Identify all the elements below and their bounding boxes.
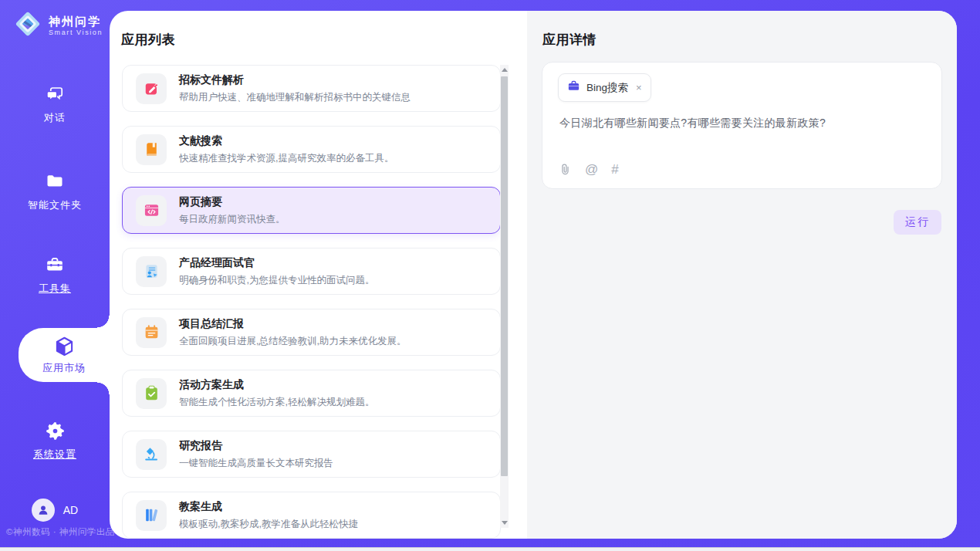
app-card-event-plan[interactable]: 活动方案生成智能生成个性化活动方案,轻松解决规划难题。 — [122, 370, 501, 417]
app-description: 全面回顾项目进展,总结经验教训,助力未来优化发展。 — [179, 335, 406, 348]
sidebar-item-smart-folder[interactable]: 智能文件夹 — [0, 170, 110, 212]
app-card-lesson-plan[interactable]: 教案生成模板驱动,教案秒成,教学准备从此轻松快捷 — [122, 492, 501, 539]
prompt-input[interactable]: 今日湖北有哪些新闻要点?有哪些需要关注的最新政策? — [559, 117, 926, 130]
paperclip-icon[interactable] — [559, 162, 572, 177]
app-name: 产品经理面试官 — [179, 256, 374, 270]
scroll-down-icon[interactable] — [500, 518, 509, 528]
app-name: 文献搜索 — [179, 134, 394, 148]
briefcase-icon — [567, 79, 580, 96]
brand-logo: 神州问学 Smart Vision — [12, 8, 103, 42]
sidebar-item-toolset[interactable]: 工具集 — [0, 253, 110, 296]
user-account[interactable]: AD — [0, 499, 110, 522]
app-name: 项目总结汇报 — [179, 317, 406, 331]
chip-close-icon[interactable]: × — [636, 82, 642, 93]
purple-frame: 神州问学 Smart Vision 对话智能文件夹工具集应用市场系统设置 AD … — [0, 0, 980, 548]
app-name: 招标文件解析 — [179, 73, 411, 87]
doc-edit-icon — [136, 73, 167, 104]
gear-icon — [0, 419, 110, 442]
app-list-scrollbar[interactable] — [500, 65, 509, 528]
user-avatar-icon — [32, 499, 55, 522]
sidebar-item-label: 对话 — [0, 111, 110, 125]
sidebar-item-chat[interactable]: 对话 — [0, 83, 110, 125]
diamond-logo-icon — [12, 8, 43, 42]
toolbox-icon — [0, 253, 110, 276]
app-card-bid-doc-analysis[interactable]: 招标文件解析帮助用户快速、准确地理解和解析招标书中的关键信息 — [122, 65, 501, 112]
composer-toolbar: @# — [559, 162, 619, 177]
hash-icon[interactable]: # — [611, 163, 618, 177]
brand-name: 神州问学 — [49, 15, 103, 28]
app-name: 活动方案生成 — [179, 378, 374, 392]
tool-chip-label: Bing搜索 — [586, 81, 628, 95]
app-description: 明确身份和职责,为您提供专业性的面试问题。 — [179, 274, 374, 287]
run-button[interactable]: 运行 — [894, 210, 941, 235]
sidebar-item-label: 工具集 — [0, 282, 110, 296]
app-detail-section: 应用详情 Bing搜索 × 今日湖北有哪些新闻要点?有哪些需要关注的最新政策? … — [527, 11, 957, 539]
app-card-project-summary[interactable]: 项目总结汇报全面回顾项目进展,总结经验教训,助力未来优化发展。 — [122, 309, 501, 356]
sidebar-item-label: 智能文件夹 — [0, 198, 110, 212]
interview-icon — [136, 256, 167, 287]
app-list-title: 应用列表 — [121, 31, 175, 49]
at-icon[interactable]: @ — [585, 163, 598, 177]
clipboard-check-icon — [136, 378, 167, 409]
browser-code-icon — [136, 195, 167, 226]
books-icon — [136, 500, 167, 531]
copyright-footer: ©神州数码 · 神州问学出品 — [6, 526, 115, 538]
window-bottom-strip — [0, 547, 980, 551]
app-card-research-report[interactable]: 研究报告一键智能生成高质量长文本研究报告 — [122, 431, 501, 478]
app-name: 网页摘要 — [179, 195, 286, 209]
sidebar-item-app-market[interactable]: 应用市场 — [19, 328, 110, 382]
sidebar-item-label: 系统设置 — [0, 448, 110, 461]
chat-icon — [0, 83, 110, 106]
app-card-literature-search[interactable]: 文献搜索快速精准查找学术资源,提高研究效率的必备工具。 — [122, 126, 501, 173]
user-name: AD — [63, 504, 78, 516]
sidebar-item-label: 应用市场 — [42, 361, 86, 375]
tool-chip-bing-search[interactable]: Bing搜索 × — [558, 73, 651, 102]
microscope-icon — [136, 439, 167, 470]
brand-subtitle: Smart Vision — [49, 28, 103, 37]
scrollbar-thumb[interactable] — [501, 76, 508, 476]
app-list: 招标文件解析帮助用户快速、准确地理解和解析招标书中的关键信息文献搜索快速精准查找… — [122, 65, 501, 539]
app-card-pm-interviewer[interactable]: 产品经理面试官明确身份和职责,为您提供专业性的面试问题。 — [122, 248, 501, 295]
app-description: 模板驱动,教案秒成,教学准备从此轻松快捷 — [179, 518, 358, 531]
app-description: 一键智能生成高质量长文本研究报告 — [179, 457, 333, 470]
book-icon — [136, 134, 167, 165]
main-panel: 应用列表 招标文件解析帮助用户快速、准确地理解和解析招标书中的关键信息文献搜索快… — [110, 11, 957, 539]
scroll-up-icon[interactable] — [500, 65, 509, 75]
cube-icon — [52, 335, 76, 358]
folder-icon — [0, 170, 110, 193]
app-description: 智能生成个性化活动方案,轻松解决规划难题。 — [179, 396, 374, 409]
sidebar-item-system-settings[interactable]: 系统设置 — [0, 419, 110, 461]
app-window: 神州问学 Smart Vision 对话智能文件夹工具集应用市场系统设置 AD … — [0, 0, 980, 551]
report-calendar-icon — [136, 317, 167, 348]
app-name: 研究报告 — [179, 439, 333, 453]
app-description: 快速精准查找学术资源,提高研究效率的必备工具。 — [179, 152, 394, 165]
app-detail-title: 应用详情 — [542, 31, 596, 49]
app-description: 每日政府新闻资讯快查。 — [179, 213, 286, 226]
app-card-web-summary[interactable]: 网页摘要每日政府新闻资讯快查。 — [122, 187, 501, 234]
prompt-card: Bing搜索 × 今日湖北有哪些新闻要点?有哪些需要关注的最新政策? @# — [542, 62, 942, 189]
app-name: 教案生成 — [179, 500, 358, 514]
app-description: 帮助用户快速、准确地理解和解析招标书中的关键信息 — [179, 91, 411, 104]
